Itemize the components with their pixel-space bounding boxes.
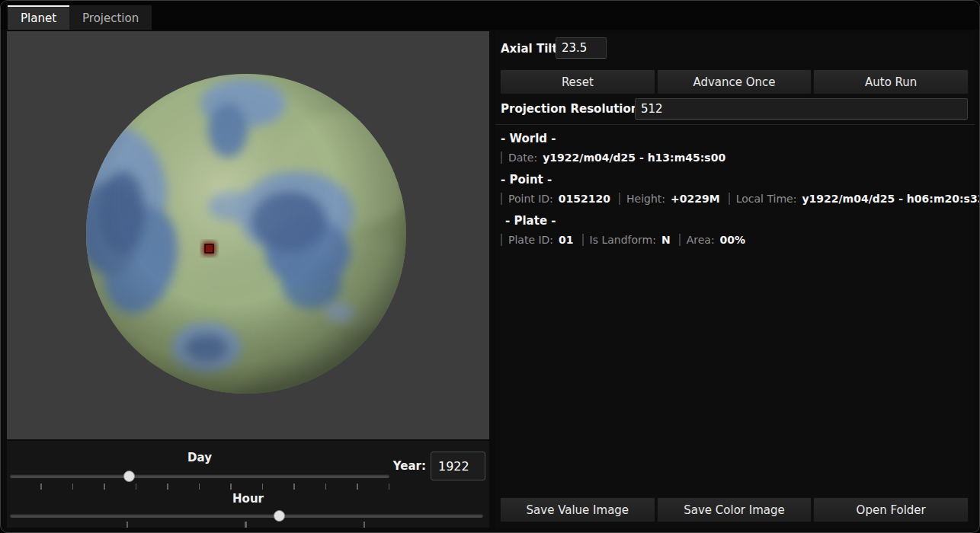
auto-run-button[interactable]: Auto Run <box>813 69 969 94</box>
is-landform-segment: Is Landform: N <box>582 234 671 246</box>
date-segment: Date: y1922/m04/d25 - h13:m45:s00 <box>501 152 725 164</box>
hour-slider-ticks <box>10 522 480 528</box>
date-value: y1922/m04/d25 - h13:m45:s00 <box>543 152 725 164</box>
projection-resolution-label: Projection Resolution: <box>501 102 644 116</box>
day-slider-ticks <box>10 484 389 490</box>
height-label: Height: <box>626 193 665 205</box>
local-time-segment: Local Time: y1922/m04/d25 - h06:m20:s33 <box>729 193 980 205</box>
axial-tilt-label: Axial Tilt <box>501 42 558 56</box>
simulation-actions-row: Reset Advance Once Auto Run <box>500 69 969 94</box>
area-label: Area: <box>687 234 715 246</box>
planet-viewport[interactable] <box>7 31 489 439</box>
local-time-value: y1922/m04/d25 - h06:m20:s33 <box>802 193 980 205</box>
point-id-segment: Point ID: 0152120 <box>501 193 610 205</box>
is-landform-label: Is Landform: <box>590 234 656 246</box>
day-slider-handle[interactable] <box>123 471 135 482</box>
tab-projection[interactable]: Projection <box>69 5 152 30</box>
projection-resolution-input[interactable] <box>635 98 968 120</box>
area-value: 00% <box>720 234 746 246</box>
panel-separator <box>495 124 975 125</box>
world-info-row: Date: y1922/m04/d25 - h13:m45:s00 <box>501 152 734 164</box>
plate-id-segment: Plate ID: 01 <box>501 234 574 246</box>
app-window: Planet Projection <box>0 0 980 533</box>
day-slider-track[interactable] <box>10 474 389 478</box>
day-slider[interactable] <box>10 470 389 483</box>
control-panel: Axial Tilt Reset Advance Once Auto Run P… <box>495 31 975 528</box>
hour-slider[interactable] <box>10 509 483 522</box>
point-info-row: Point ID: 0152120 Height: +0229M Local T… <box>501 193 980 205</box>
time-controls: Day Year: Hour <box>7 441 489 528</box>
hour-slider-handle[interactable] <box>274 510 285 522</box>
point-id-value: 0152120 <box>559 193 610 205</box>
axial-tilt-input[interactable] <box>556 37 607 59</box>
day-slider-label: Day <box>7 451 392 464</box>
hour-slider-label: Hour <box>7 492 489 506</box>
sphere-shading <box>86 74 406 394</box>
height-value: +0229M <box>671 193 720 205</box>
plate-info-row: Plate ID: 01 Is Landform: N Area: 00% <box>501 234 754 246</box>
tab-bar: Planet Projection <box>1 1 979 30</box>
point-section-header: - Point - <box>501 173 552 187</box>
is-landform-value: N <box>661 234 671 246</box>
date-label: Date: <box>508 152 537 164</box>
file-actions-row: Save Value Image Save Color Image Open F… <box>500 497 969 522</box>
tab-planet[interactable]: Planet <box>8 5 69 30</box>
save-value-image-button[interactable]: Save Value Image <box>500 497 655 522</box>
world-section-header: - World - <box>501 132 556 145</box>
plate-id-label: Plate ID: <box>508 234 553 246</box>
year-input[interactable] <box>431 452 485 480</box>
plate-id-value: 01 <box>559 234 573 246</box>
area-segment: Area: 00% <box>679 234 745 246</box>
reset-button[interactable]: Reset <box>500 69 655 94</box>
local-time-label: Local Time: <box>736 193 797 205</box>
point-id-label: Point ID: <box>508 193 553 205</box>
height-segment: Height: +0229M <box>619 193 720 205</box>
planet-render <box>7 31 489 439</box>
plate-section-header: - Plate - <box>505 214 556 228</box>
save-color-image-button[interactable]: Save Color Image <box>657 497 812 522</box>
year-label: Year: <box>384 459 426 473</box>
open-folder-button[interactable]: Open Folder <box>813 497 969 522</box>
hour-slider-track[interactable] <box>10 514 483 518</box>
advance-once-button[interactable]: Advance Once <box>657 69 812 94</box>
